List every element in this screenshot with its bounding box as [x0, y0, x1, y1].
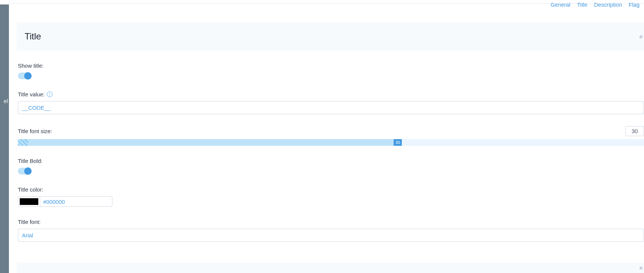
input-title-value[interactable] — [18, 101, 644, 114]
input-title-color-hex[interactable] — [40, 197, 117, 206]
field-title-bold: Title Bold: — [18, 158, 644, 174]
nav-link-title[interactable]: Title — [577, 1, 587, 8]
toggle-title-bold[interactable] — [18, 168, 31, 174]
label-title-font-size: Title font size: — [18, 128, 52, 134]
main-content: Title # Show title: Title value: i Title… — [18, 22, 644, 273]
color-picker-title — [18, 196, 112, 207]
label-show-title: Show title: — [18, 62, 644, 69]
select-title-font[interactable]: Arial — [18, 229, 644, 242]
label-title-font: Title font: — [18, 219, 644, 225]
nav-link-description[interactable]: Description — [594, 1, 622, 8]
nav-link-flag[interactable]: Flag — [629, 1, 640, 8]
field-title-color: Title color: — [18, 186, 644, 207]
color-swatch — [20, 198, 38, 205]
section-header-title: Title # — [16, 22, 644, 51]
next-section-anchor-icon[interactable]: # — [640, 265, 643, 271]
sidebar-stub: el — [0, 4, 9, 273]
info-icon[interactable]: i — [47, 91, 52, 97]
toggle-knob — [24, 167, 32, 175]
sidebar-fragment-text: el — [4, 98, 8, 104]
next-section-header: # — [16, 263, 644, 273]
topbar-divider — [9, 3, 644, 4]
slider-title-font-size[interactable]: 30 — [18, 139, 644, 146]
section-heading: Title — [25, 31, 636, 42]
slider-fill — [28, 139, 398, 146]
slider-min-hatch — [18, 139, 28, 146]
label-title-color: Title color: — [18, 186, 644, 193]
field-title-font-size: Title font size: 30 — [18, 126, 644, 146]
label-title-value: Title value: i — [18, 91, 644, 97]
toggle-knob — [24, 72, 32, 80]
toggle-show-title[interactable] — [18, 73, 31, 79]
input-title-font-size-number[interactable] — [625, 126, 644, 136]
section-nav: General Title Description Flag — [551, 0, 644, 8]
label-title-value-text: Title value: — [18, 91, 45, 97]
slider-handle[interactable]: 30 — [394, 139, 402, 146]
section-anchor-icon[interactable]: # — [640, 33, 643, 40]
field-show-title: Show title: — [18, 62, 644, 79]
field-title-font: Title font: Arial — [18, 219, 644, 242]
label-title-bold: Title Bold: — [18, 158, 644, 164]
nav-link-general[interactable]: General — [551, 1, 570, 8]
field-title-value: Title value: i — [18, 91, 644, 114]
color-swatch-wrap[interactable] — [18, 197, 40, 206]
